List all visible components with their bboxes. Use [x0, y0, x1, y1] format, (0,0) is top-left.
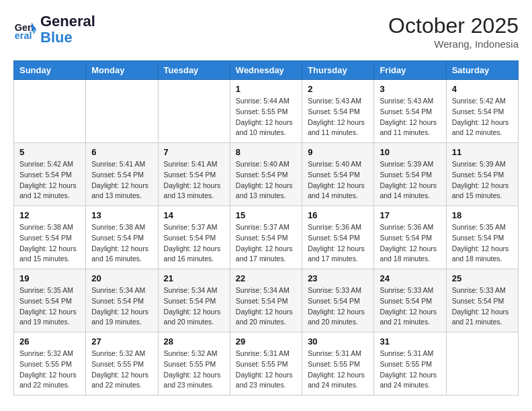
- day-info: Sunrise: 5:41 AM Sunset: 5:54 PM Dayligh…: [91, 159, 152, 201]
- logo: Gen eral GeneralBlue: [13, 13, 95, 46]
- day-number: 12: [19, 210, 80, 220]
- daylight-text: Daylight: 12 hours and 18 minutes.: [452, 244, 509, 263]
- sunrise-text: Sunrise: 5:41 AM: [91, 160, 145, 168]
- calendar-table: Sunday Monday Tuesday Wednesday Thursday…: [13, 60, 519, 396]
- sunrise-text: Sunrise: 5:40 AM: [308, 160, 361, 168]
- sunrise-text: Sunrise: 5:33 AM: [308, 286, 361, 294]
- daylight-text: Daylight: 12 hours and 17 minutes.: [308, 244, 365, 263]
- sunrise-text: Sunrise: 5:37 AM: [236, 223, 290, 231]
- day-number: 22: [236, 273, 296, 283]
- calendar-week-2: 5 Sunrise: 5:42 AM Sunset: 5:54 PM Dayli…: [14, 143, 519, 206]
- page-header: Gen eral GeneralBlue October 2025 Werang…: [13, 13, 519, 50]
- sunrise-text: Sunrise: 5:44 AM: [236, 97, 290, 105]
- calendar-cell-w3-d1: 12 Sunrise: 5:38 AM Sunset: 5:54 PM Dayl…: [14, 206, 86, 269]
- day-number: 10: [380, 147, 440, 157]
- day-number: 8: [236, 147, 296, 157]
- calendar-cell-w2-d3: 7 Sunrise: 5:41 AM Sunset: 5:54 PM Dayli…: [158, 143, 230, 206]
- daylight-text: Daylight: 12 hours and 14 minutes.: [308, 181, 365, 200]
- sunrise-text: Sunrise: 5:37 AM: [164, 223, 218, 231]
- day-number: 17: [380, 210, 440, 220]
- daylight-text: Daylight: 12 hours and 15 minutes.: [452, 181, 509, 200]
- sunset-text: Sunset: 5:54 PM: [91, 234, 144, 242]
- day-info: Sunrise: 5:38 AM Sunset: 5:54 PM Dayligh…: [19, 222, 80, 265]
- daylight-text: Daylight: 12 hours and 19 minutes.: [19, 308, 77, 326]
- header-sunday: Sunday: [14, 61, 86, 80]
- sunset-text: Sunset: 5:55 PM: [91, 360, 144, 368]
- day-info: Sunrise: 5:38 AM Sunset: 5:54 PM Dayligh…: [91, 222, 152, 265]
- daylight-text: Daylight: 12 hours and 21 minutes.: [380, 308, 437, 326]
- sunset-text: Sunset: 5:54 PM: [308, 234, 360, 242]
- daylight-text: Daylight: 12 hours and 11 minutes.: [308, 118, 365, 137]
- sunrise-text: Sunrise: 5:31 AM: [380, 349, 433, 357]
- calendar-cell-w3-d2: 13 Sunrise: 5:38 AM Sunset: 5:54 PM Dayl…: [86, 206, 158, 269]
- day-info: Sunrise: 5:33 AM Sunset: 5:54 PM Dayligh…: [380, 285, 440, 328]
- daylight-text: Daylight: 12 hours and 20 minutes.: [164, 308, 221, 326]
- sunrise-text: Sunrise: 5:36 AM: [380, 223, 433, 231]
- daylight-text: Daylight: 12 hours and 10 minutes.: [236, 118, 293, 137]
- header-thursday: Thursday: [302, 61, 374, 80]
- daylight-text: Daylight: 12 hours and 16 minutes.: [164, 244, 221, 263]
- day-number: 26: [19, 336, 80, 347]
- day-info: Sunrise: 5:36 AM Sunset: 5:54 PM Dayligh…: [308, 222, 368, 265]
- sunset-text: Sunset: 5:54 PM: [380, 234, 432, 242]
- day-number: 2: [308, 84, 368, 94]
- header-monday: Monday: [86, 61, 158, 80]
- sunrise-text: Sunrise: 5:33 AM: [452, 286, 506, 294]
- sunset-text: Sunset: 5:54 PM: [164, 234, 216, 242]
- day-number: 1: [236, 84, 296, 94]
- day-info: Sunrise: 5:35 AM Sunset: 5:54 PM Dayligh…: [452, 222, 513, 265]
- day-number: 16: [308, 210, 368, 220]
- sunset-text: Sunset: 5:55 PM: [380, 360, 432, 368]
- calendar-cell-w3-d6: 17 Sunrise: 5:36 AM Sunset: 5:54 PM Dayl…: [374, 206, 446, 269]
- daylight-text: Daylight: 12 hours and 23 minutes.: [164, 371, 221, 390]
- month-title: October 2025: [388, 13, 519, 38]
- day-number: 28: [164, 336, 224, 347]
- day-info: Sunrise: 5:42 AM Sunset: 5:54 PM Dayligh…: [452, 96, 513, 138]
- sunrise-text: Sunrise: 5:35 AM: [452, 223, 506, 231]
- sunset-text: Sunset: 5:54 PM: [308, 107, 360, 116]
- sunset-text: Sunset: 5:54 PM: [380, 107, 432, 116]
- day-info: Sunrise: 5:40 AM Sunset: 5:54 PM Dayligh…: [308, 159, 368, 201]
- sunrise-text: Sunrise: 5:41 AM: [164, 160, 218, 168]
- header-tuesday: Tuesday: [158, 61, 230, 80]
- daylight-text: Daylight: 12 hours and 24 minutes.: [308, 371, 365, 390]
- day-number: 7: [164, 147, 224, 157]
- calendar-cell-w4-d2: 20 Sunrise: 5:34 AM Sunset: 5:54 PM Dayl…: [86, 269, 158, 332]
- calendar-cell-w3-d4: 15 Sunrise: 5:37 AM Sunset: 5:54 PM Dayl…: [230, 206, 302, 269]
- logo-text: GeneralBlue: [40, 13, 95, 46]
- sunset-text: Sunset: 5:54 PM: [380, 297, 432, 305]
- day-info: Sunrise: 5:34 AM Sunset: 5:54 PM Dayligh…: [236, 285, 296, 328]
- sunrise-text: Sunrise: 5:39 AM: [452, 160, 506, 168]
- calendar-cell-w4-d4: 22 Sunrise: 5:34 AM Sunset: 5:54 PM Dayl…: [230, 269, 302, 332]
- daylight-text: Daylight: 12 hours and 14 minutes.: [380, 181, 437, 200]
- calendar-cell-w2-d6: 10 Sunrise: 5:39 AM Sunset: 5:54 PM Dayl…: [374, 143, 446, 206]
- sunset-text: Sunset: 5:54 PM: [452, 171, 504, 179]
- sunset-text: Sunset: 5:54 PM: [236, 171, 288, 179]
- day-info: Sunrise: 5:34 AM Sunset: 5:54 PM Dayligh…: [91, 285, 152, 328]
- calendar-cell-w2-d7: 11 Sunrise: 5:39 AM Sunset: 5:54 PM Dayl…: [446, 143, 518, 206]
- daylight-text: Daylight: 12 hours and 23 minutes.: [236, 371, 293, 390]
- sunrise-text: Sunrise: 5:42 AM: [19, 160, 73, 168]
- sunset-text: Sunset: 5:55 PM: [308, 360, 360, 368]
- svg-text:eral: eral: [15, 31, 32, 42]
- day-number: 3: [380, 84, 440, 94]
- calendar-week-3: 12 Sunrise: 5:38 AM Sunset: 5:54 PM Dayl…: [14, 206, 519, 269]
- day-number: 20: [91, 273, 152, 283]
- daylight-text: Daylight: 12 hours and 19 minutes.: [91, 308, 148, 326]
- sunrise-text: Sunrise: 5:43 AM: [380, 97, 433, 105]
- sunset-text: Sunset: 5:55 PM: [236, 107, 288, 116]
- sunset-text: Sunset: 5:54 PM: [380, 171, 432, 179]
- day-info: Sunrise: 5:36 AM Sunset: 5:54 PM Dayligh…: [380, 222, 440, 265]
- calendar-header-row: Sunday Monday Tuesday Wednesday Thursday…: [14, 61, 519, 80]
- day-info: Sunrise: 5:37 AM Sunset: 5:54 PM Dayligh…: [164, 222, 224, 265]
- calendar-cell-w2-d4: 8 Sunrise: 5:40 AM Sunset: 5:54 PM Dayli…: [230, 143, 302, 206]
- daylight-text: Daylight: 12 hours and 17 minutes.: [236, 244, 293, 263]
- sunrise-text: Sunrise: 5:32 AM: [164, 349, 218, 357]
- sunrise-text: Sunrise: 5:31 AM: [308, 349, 361, 357]
- daylight-text: Daylight: 12 hours and 18 minutes.: [380, 244, 437, 263]
- day-info: Sunrise: 5:35 AM Sunset: 5:54 PM Dayligh…: [19, 285, 80, 328]
- calendar-cell-w4-d1: 19 Sunrise: 5:35 AM Sunset: 5:54 PM Dayl…: [14, 269, 86, 332]
- calendar-cell-w2-d2: 6 Sunrise: 5:41 AM Sunset: 5:54 PM Dayli…: [86, 143, 158, 206]
- sunrise-text: Sunrise: 5:43 AM: [308, 97, 361, 105]
- sunset-text: Sunset: 5:54 PM: [19, 234, 72, 242]
